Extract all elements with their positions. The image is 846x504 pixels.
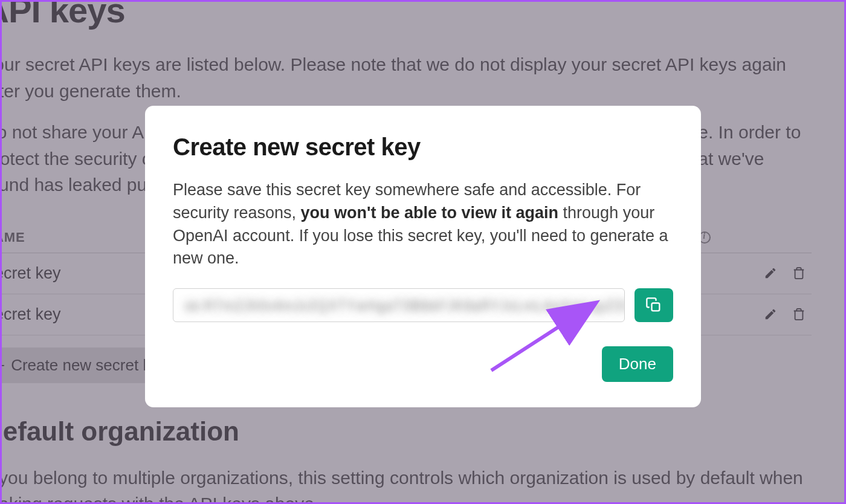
create-secret-key-modal: Create new secret key Please save this s… xyxy=(145,106,701,407)
secret-key-input[interactable]: sk-R7mZJh0v4mJv2QXTYwHgaT3BlbkFJK8aRYJvL… xyxy=(173,288,625,322)
secret-key-row: sk-R7mZJh0v4mJv2QXTYwHgaT3BlbkFJK8aRYJvL… xyxy=(173,288,673,322)
svg-rect-0 xyxy=(652,303,660,311)
copy-icon xyxy=(645,297,662,314)
copy-button[interactable] xyxy=(634,288,673,322)
modal-overlay: Create new secret key Please save this s… xyxy=(2,2,844,502)
done-button[interactable]: Done xyxy=(602,346,673,382)
modal-description: Please save this secret key somewhere sa… xyxy=(173,179,673,270)
modal-title: Create new secret key xyxy=(173,134,673,161)
modal-footer: Done xyxy=(173,346,673,382)
